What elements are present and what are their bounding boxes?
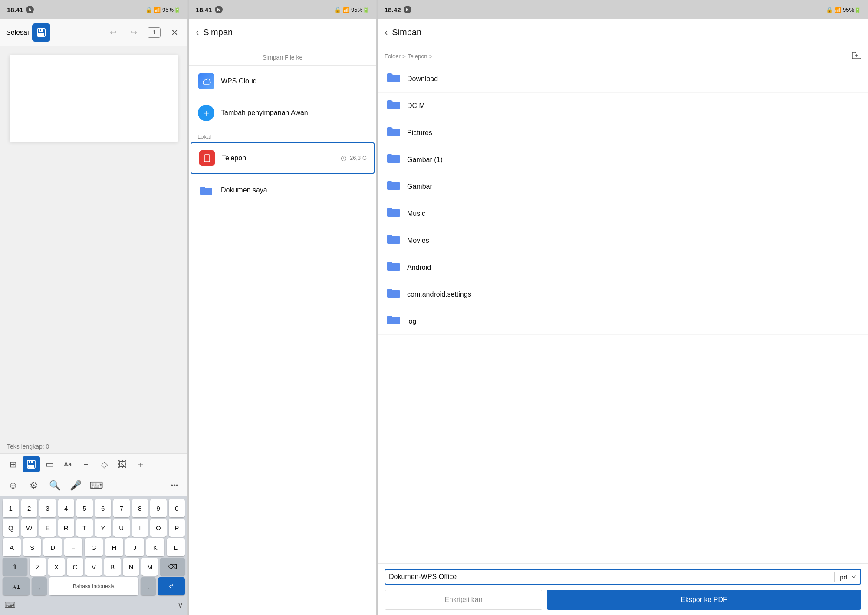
keyboard-hide-button[interactable]: ⌨: [4, 600, 16, 610]
space-key[interactable]: Bahasa Indonesia: [49, 577, 138, 595]
key-0[interactable]: 0: [169, 499, 185, 517]
svg-rect-3: [40, 29, 41, 31]
key-l[interactable]: L: [167, 538, 185, 556]
grid-icon-button[interactable]: ⊞: [4, 456, 22, 472]
folder-dcim-svg: [386, 98, 401, 111]
redo-button[interactable]: ↪: [127, 26, 141, 40]
export-button[interactable]: Ekspor ke PDF: [547, 590, 861, 610]
key-9[interactable]: 9: [150, 499, 167, 517]
key-p[interactable]: P: [169, 519, 185, 537]
shift-key[interactable]: ⇧: [3, 558, 27, 576]
folder-item-download[interactable]: Download: [378, 66, 868, 93]
key-e[interactable]: E: [39, 519, 56, 537]
key-w[interactable]: W: [21, 519, 38, 537]
keyboard-mode-button[interactable]: ⌨: [88, 478, 105, 493]
key-n[interactable]: N: [123, 558, 139, 576]
key-i[interactable]: I: [132, 519, 148, 537]
folder-item-gambar[interactable]: Gambar: [378, 173, 868, 200]
folder-item-music[interactable]: Music: [378, 200, 868, 227]
key-7[interactable]: 7: [113, 499, 130, 517]
extension-value: .pdf: [838, 573, 849, 581]
key-5[interactable]: 5: [76, 499, 93, 517]
mic-button[interactable]: 🎤: [67, 478, 84, 493]
key-t[interactable]: T: [76, 519, 93, 537]
add-cloud-item[interactable]: ＋ Tambah penyimpanan Awan: [189, 97, 376, 129]
status-icons-1: 🔒 📶 95%🔋: [145, 7, 181, 13]
align-button[interactable]: ≡: [77, 456, 95, 472]
folder-svg: [199, 184, 213, 196]
comma-key[interactable]: ,: [32, 577, 47, 595]
key-y[interactable]: Y: [95, 519, 112, 537]
period-key[interactable]: .: [141, 577, 156, 595]
shape-button[interactable]: ◇: [95, 456, 113, 472]
key-o[interactable]: O: [150, 519, 167, 537]
key-1[interactable]: 1: [3, 499, 19, 517]
encrypt-button[interactable]: Enkripsi kan: [385, 590, 542, 610]
emoji-button[interactable]: ☺: [4, 478, 22, 493]
chevron-down-icon: [851, 574, 857, 580]
key-b[interactable]: B: [104, 558, 121, 576]
key-g[interactable]: G: [85, 538, 103, 556]
close-button[interactable]: ✕: [168, 26, 181, 40]
key-8[interactable]: 8: [132, 499, 148, 517]
key-x[interactable]: X: [48, 558, 65, 576]
key-z[interactable]: Z: [30, 558, 46, 576]
search-button[interactable]: 🔍: [46, 478, 63, 493]
breadcrumb-telepon[interactable]: Telepon: [408, 53, 427, 60]
special-chars-key[interactable]: !#1: [3, 577, 30, 595]
image-button[interactable]: 🖼: [114, 456, 131, 472]
key-r[interactable]: R: [58, 519, 75, 537]
folder-item-android-settings[interactable]: com.android.settings: [378, 281, 868, 308]
keyboard-bottom-bar: ⌨ ∨: [0, 597, 187, 613]
key-c[interactable]: C: [67, 558, 83, 576]
folder-item-pictures[interactable]: Pictures: [378, 119, 868, 146]
more-options-button[interactable]: •••: [166, 478, 183, 493]
key-v[interactable]: V: [85, 558, 102, 576]
svg-rect-6: [28, 465, 34, 468]
dokumen-saya-item[interactable]: Dokumen saya: [189, 175, 376, 206]
save-box-button[interactable]: [32, 23, 50, 42]
badge-1: 5: [26, 6, 34, 13]
key-f[interactable]: F: [64, 538, 82, 556]
backspace-key[interactable]: ⌫: [160, 558, 185, 576]
key-s[interactable]: S: [23, 538, 41, 556]
filename-input[interactable]: [389, 573, 831, 581]
wps-cloud-item[interactable]: WPS Cloud: [189, 66, 376, 97]
add-element-button[interactable]: ＋: [132, 456, 149, 472]
back-button-2[interactable]: ‹: [196, 27, 199, 38]
folder-item-android[interactable]: Android: [378, 254, 868, 281]
key-q[interactable]: Q: [3, 519, 19, 537]
telepon-item[interactable]: Telepon 26,3 G: [191, 142, 375, 174]
page-layout-button[interactable]: ▭: [41, 456, 58, 472]
folder-item-log[interactable]: log: [378, 308, 868, 335]
settings-button[interactable]: ⚙: [25, 478, 43, 493]
key-3[interactable]: 3: [39, 499, 56, 517]
editor-panel: 18.41 5 🔒 📶 95%🔋 Selesai ↩ ↪ 1 ✕: [0, 0, 188, 615]
folder-item-movies[interactable]: Movies: [378, 227, 868, 254]
save-bottom-bar: .pdf Enkripsi kan Ekspor ke PDF: [378, 563, 868, 615]
done-button[interactable]: Selesai: [6, 29, 29, 36]
back-button-3[interactable]: ‹: [385, 27, 388, 38]
key-d[interactable]: D: [43, 538, 62, 556]
key-k[interactable]: K: [146, 538, 164, 556]
key-a[interactable]: A: [3, 538, 21, 556]
key-4[interactable]: 4: [58, 499, 75, 517]
folder-item-gambar1[interactable]: Gambar (1): [378, 146, 868, 173]
key-h[interactable]: H: [105, 538, 123, 556]
key-m[interactable]: M: [141, 558, 158, 576]
key-2[interactable]: 2: [21, 499, 38, 517]
key-j[interactable]: J: [125, 538, 144, 556]
key-6[interactable]: 6: [95, 499, 112, 517]
breadcrumb-folder[interactable]: Folder: [385, 53, 401, 60]
extension-selector[interactable]: .pdf: [838, 573, 857, 581]
new-folder-button[interactable]: [852, 50, 861, 62]
folder-header-title: Simpan: [392, 27, 421, 37]
enter-key[interactable]: ⏎: [158, 577, 185, 595]
keyboard-collapse-button[interactable]: ∨: [178, 600, 183, 610]
wps-cloud-icon-container: [197, 73, 215, 90]
font-button[interactable]: Aa: [59, 456, 76, 472]
save-toolbar-button[interactable]: [23, 456, 40, 472]
folder-item-dcim[interactable]: DCIM: [378, 93, 868, 119]
key-u[interactable]: U: [113, 519, 130, 537]
undo-button[interactable]: ↩: [106, 26, 120, 40]
